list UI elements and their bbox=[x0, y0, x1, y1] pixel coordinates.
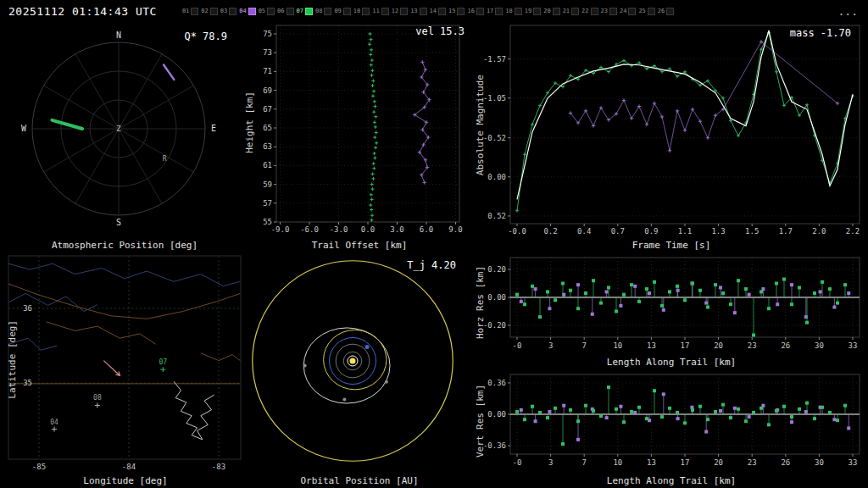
tick-label: 0.36 bbox=[487, 379, 506, 387]
station-toggle-08[interactable]: 08 bbox=[315, 8, 331, 15]
station-number: 19 bbox=[525, 8, 531, 14]
station-indicator bbox=[287, 8, 294, 15]
tick-label: 2.2 bbox=[846, 227, 860, 234]
station-indicator bbox=[229, 8, 236, 15]
station-indicator bbox=[553, 8, 560, 15]
station-toggle-26[interactable]: 26 bbox=[658, 8, 674, 15]
station-number: 03 bbox=[220, 8, 227, 14]
grid bbox=[276, 25, 459, 222]
tick-label: 1.7 bbox=[779, 227, 793, 234]
axis-ticks: -1.57-1.05-0.520.000.52-0.00.20.40.70.91… bbox=[483, 55, 860, 234]
station-number: 09 bbox=[334, 8, 341, 14]
station-number: 18 bbox=[505, 8, 512, 14]
station-toggle-07[interactable]: 07 bbox=[297, 8, 313, 15]
station-toggle-18[interactable]: 18 bbox=[505, 8, 521, 15]
tick-label: 0.9 bbox=[644, 227, 658, 234]
tick-label: 0.7 bbox=[611, 227, 625, 234]
top-bar: 20251112 01:14:43 UTC 010203040506070809… bbox=[0, 0, 868, 22]
map-stations: 040807 bbox=[50, 358, 167, 431]
tick-label: 23 bbox=[748, 341, 757, 350]
orbit-caption: Orbital Position [AU] bbox=[244, 475, 475, 486]
tick-label: 0.2 bbox=[543, 227, 557, 234]
station-toggle-01[interactable]: 01 bbox=[182, 8, 198, 15]
station-indicator bbox=[324, 8, 331, 15]
cardinal-n: N bbox=[116, 30, 121, 40]
light-curve-plot: -1.57-1.05-0.520.000.52-0.00.20.40.70.91… bbox=[475, 22, 868, 234]
station-toggle-22[interactable]: 22 bbox=[581, 8, 598, 15]
tick-label: 2.0 bbox=[812, 227, 826, 234]
axis-ticks: 0.360.00-0.36-0371013172023263033 bbox=[483, 379, 858, 467]
tick-label: 3.0 bbox=[390, 225, 403, 234]
velocity-readout: vel 15.3 bbox=[415, 25, 465, 37]
utc-clock: 20251112 01:14:43 UTC bbox=[8, 5, 157, 18]
tick-label: 33 bbox=[849, 458, 858, 467]
station-toggle-09[interactable]: 09 bbox=[334, 8, 350, 15]
tick-label: 3 bbox=[548, 341, 553, 350]
trail-x-axis-label: Trail Offset [km] bbox=[244, 240, 475, 251]
station-number: 22 bbox=[581, 8, 588, 14]
magnitude-y-axis-label: Absolute Magnitude bbox=[475, 75, 486, 175]
station-number: 07 bbox=[297, 8, 303, 14]
station-toggle-15[interactable]: 15 bbox=[448, 8, 465, 15]
purple-lightcurve-series bbox=[569, 40, 839, 152]
station-number: 17 bbox=[487, 8, 493, 14]
station-toggle-21[interactable]: 21 bbox=[563, 8, 579, 15]
station-toggle-04[interactable]: 04 bbox=[239, 8, 255, 15]
horz-res-y-axis-label: Horz Res [km] bbox=[475, 266, 486, 339]
tick-label: -0.20 bbox=[483, 321, 506, 330]
app-window: 20251112 01:14:43 UTC 010203040506070809… bbox=[0, 0, 868, 488]
station-toggle-05[interactable]: 05 bbox=[259, 8, 275, 15]
station-toggle-25[interactable]: 25 bbox=[638, 8, 654, 15]
station-number: 15 bbox=[448, 8, 455, 14]
map-station-label: 07 bbox=[159, 358, 167, 366]
station-toggle-06[interactable]: 06 bbox=[277, 8, 293, 15]
polar-sky-plot: NESWZR bbox=[7, 22, 242, 234]
station-toggle-24[interactable]: 24 bbox=[620, 8, 636, 15]
zenith-label: Z bbox=[116, 125, 121, 133]
grid bbox=[510, 59, 860, 216]
station-toggle-11[interactable]: 11 bbox=[372, 8, 388, 15]
tick-label: 65 bbox=[263, 124, 272, 132]
tick-label: -84 bbox=[122, 463, 136, 471]
frame bbox=[8, 256, 241, 459]
green-lightcurve-series bbox=[515, 31, 854, 213]
station-number: 08 bbox=[315, 8, 322, 14]
tick-label: 1.3 bbox=[711, 227, 725, 234]
tick-label: 0.00 bbox=[487, 410, 506, 419]
tick-label: 71 bbox=[263, 67, 272, 75]
station-number: 02 bbox=[201, 8, 208, 14]
station-toggle-02[interactable]: 02 bbox=[201, 8, 217, 15]
overflow-menu-button[interactable]: ... bbox=[837, 5, 860, 18]
station-toggle-20[interactable]: 20 bbox=[543, 8, 559, 15]
station-indicator bbox=[495, 8, 503, 15]
station-toggle-23[interactable]: 23 bbox=[601, 8, 617, 15]
tick-label: 35 bbox=[23, 379, 32, 387]
frame bbox=[510, 25, 860, 224]
station-indicator bbox=[591, 8, 598, 15]
station-toggle-13[interactable]: 13 bbox=[410, 8, 426, 15]
q-parameter-readout: Q* 78.9 bbox=[184, 30, 227, 42]
station-toggle-12[interactable]: 12 bbox=[392, 8, 408, 15]
tick-label: 23 bbox=[748, 458, 757, 467]
station-number: 25 bbox=[638, 8, 645, 14]
station-toggle-16[interactable]: 16 bbox=[467, 8, 483, 15]
station-indicator bbox=[420, 8, 427, 15]
station-number: 01 bbox=[182, 8, 189, 14]
mass-readout: mass -1.70 bbox=[790, 27, 851, 39]
tick-label: 7 bbox=[581, 341, 586, 350]
station-toggle-17[interactable]: 17 bbox=[487, 8, 503, 15]
station-toggle-14[interactable]: 14 bbox=[430, 8, 446, 15]
axis-ticks: -85-84-833635 bbox=[23, 304, 225, 471]
tick-label: 59 bbox=[263, 180, 272, 189]
tick-label: 33 bbox=[849, 341, 858, 350]
cardinal-e: E bbox=[211, 124, 216, 133]
tick-label: 10 bbox=[613, 341, 622, 350]
tick-label: -1.05 bbox=[483, 94, 506, 103]
panel-ground-map: Latitude [deg] -85-84-833635040807 Longi… bbox=[7, 252, 244, 488]
station-toggle-03[interactable]: 03 bbox=[220, 8, 236, 15]
map-grid bbox=[8, 256, 241, 459]
station-toggle-10[interactable]: 10 bbox=[353, 8, 370, 15]
station-toggle-19[interactable]: 19 bbox=[525, 8, 541, 15]
station-number: 26 bbox=[658, 8, 665, 14]
tick-label: -0 bbox=[513, 341, 522, 350]
